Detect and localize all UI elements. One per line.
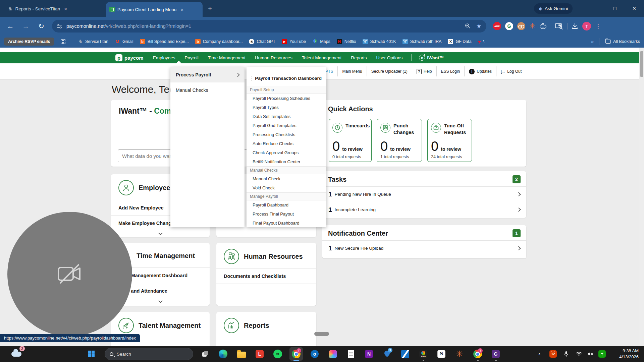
tray-overflow-chevron[interactable]: ∧ (535, 349, 543, 359)
submenu-item[interactable]: Payroll Processing Schedules (247, 94, 326, 103)
task-view-button[interactable] (199, 347, 212, 361)
nav-time-management[interactable]: Time Management (208, 55, 246, 60)
document-app-button[interactable] (344, 347, 358, 361)
updates-link[interactable]: !Updates (465, 69, 496, 74)
bookmark-schwab-401k[interactable]: SCHWABSchwab 401K (363, 39, 396, 44)
ess-login-link[interactable]: ESS Login (437, 69, 465, 74)
extensions-puzzle-icon[interactable] (539, 22, 547, 30)
submenu-item[interactable]: Payroll Grid Templates (247, 121, 326, 130)
scrollbar-thumb[interactable] (640, 51, 643, 77)
bookmark-gf-data[interactable]: XGF Data (448, 39, 471, 44)
nav-user-options[interactable]: User Options (376, 55, 402, 60)
taskbar-search[interactable]: Search (105, 348, 193, 360)
bookmark-company-dashboard[interactable]: bCompany dashboar... (195, 39, 243, 44)
m365-copilot-button[interactable]: M365 (417, 347, 430, 361)
close-window-button[interactable]: × (629, 5, 639, 12)
url-text[interactable]: paycomonline.net/v4/cl/web.php/client-la… (66, 23, 191, 29)
volume-muted-tray-icon[interactable] (586, 349, 594, 359)
bookmark-youtube[interactable]: ▶YouTube (282, 39, 306, 44)
submenu-item[interactable]: Void Check (247, 183, 326, 192)
tab-close-icon[interactable]: × (63, 6, 68, 12)
submenu-item[interactable]: Processing Checklists (247, 130, 326, 139)
menu-item-process-payroll[interactable]: Process Payroll (170, 67, 245, 82)
quick-action-time-off-requests[interactable]: Time-Off Requests 0to review 24 total re… (427, 119, 472, 162)
horizontal-scrollbar-thumb[interactable] (314, 332, 329, 336)
bookmarks-overflow-icon[interactable]: » (591, 39, 593, 44)
minimize-button[interactable]: — (591, 5, 601, 11)
bookmark-netflix[interactable]: NNetflix (337, 39, 356, 44)
submenu-item[interactable]: Data Set Templates (247, 112, 326, 121)
bookmark-gmail[interactable]: MGmail (115, 39, 133, 44)
spotify-button[interactable]: ≋ (271, 347, 284, 361)
onenote-button[interactable]: N (362, 347, 376, 361)
nav-employees[interactable]: Employees (153, 55, 175, 60)
starburst-extension-icon[interactable]: ✳ (529, 22, 535, 30)
log-out-link[interactable]: [→Log Out (496, 69, 526, 74)
outlook-button[interactable]: o (308, 347, 321, 361)
nav-talent-management[interactable]: Talent Management (302, 55, 342, 60)
microphone-tray-icon[interactable] (562, 349, 570, 359)
new-tab-button[interactable]: + (208, 5, 212, 12)
main-menu-link[interactable]: Main Menu (338, 69, 366, 74)
bookmark-bill[interactable]: bBill Spend and Expe... (140, 39, 189, 44)
file-explorer-button[interactable] (235, 347, 248, 361)
bookmark-schwab-roth[interactable]: SCHWABSchwab roth IRA (402, 39, 442, 44)
submenu-item-payroll-transaction-dashboard[interactable]: Payroll Transaction Dashboard (247, 67, 326, 84)
archive-rsvp-button[interactable]: Archive RSVP emails (4, 38, 54, 46)
expand-card-button[interactable] (111, 231, 210, 237)
quick-action-timecards[interactable]: Timecards 0to review 0 total requests (329, 119, 372, 162)
g-app-button[interactable]: G (489, 347, 502, 361)
chrome-button-2[interactable]: T (471, 347, 484, 361)
help-link[interactable]: ?Help (412, 69, 436, 74)
bookmark-southwest[interactable]: ♥\ (478, 39, 484, 45)
downloads-icon[interactable] (572, 23, 578, 29)
apps-grid-icon[interactable] (61, 39, 65, 44)
nav-payroll[interactable]: Payroll (185, 55, 199, 60)
secure-uploader-link[interactable]: Secure Uploader (1) (367, 69, 412, 74)
starburst-app-button[interactable]: ✳ (453, 347, 466, 361)
tab-close-icon[interactable]: × (179, 7, 185, 12)
submenu-item[interactable]: Process Final Payout (247, 209, 326, 219)
grammarly-icon[interactable]: G (505, 22, 513, 30)
browser-menu-icon[interactable]: ⋮ (595, 23, 601, 30)
submenu-item[interactable]: Auto Reduce Checks (247, 139, 326, 148)
back-button[interactable]: ← (5, 20, 16, 32)
paycom-logo[interactable]: p paycom (115, 54, 144, 61)
screen-share-tray-icon[interactable] (598, 349, 606, 359)
ask-gemini-button[interactable]: ◆ Ask Gemini (534, 3, 573, 14)
submenu-item-payroll-dashboard[interactable]: Payroll Dashboard (247, 200, 326, 209)
zoom-icon[interactable] (465, 23, 471, 29)
nav-iwant[interactable]: n iWant™ (419, 55, 444, 61)
profile-avatar[interactable]: T (582, 22, 591, 31)
bookmark-star-icon[interactable]: ★ (476, 22, 482, 30)
submenu-item[interactable]: Beti® Notification Center (247, 157, 326, 166)
quick-action-punch-changes[interactable]: Punch Changes 0to review 1 total request… (377, 119, 422, 162)
submenu-item[interactable]: Check Approval Groups (247, 148, 326, 157)
task-row-incomplete-learning[interactable]: 1 Incomplete Learning (322, 202, 526, 217)
calendar-reminder-tray-icon[interactable]: 12 (549, 349, 557, 359)
pinned-pin-app-button[interactable]: 3 (380, 347, 394, 361)
l-app-button[interactable]: L (253, 347, 266, 361)
nav-human-resources[interactable]: Human Resources (255, 55, 292, 60)
submenu-item[interactable]: Final Payout Dashboard (247, 219, 326, 227)
wifi-tray-icon[interactable] (575, 349, 583, 359)
all-bookmarks-button[interactable]: All Bookmarks (605, 39, 640, 44)
emoji-extension-icon[interactable] (517, 22, 525, 30)
vertical-scrollbar[interactable] (639, 48, 644, 346)
notification-row-secure-file-upload[interactable]: 1 New Secure File Upload (322, 240, 526, 256)
tab-paycom-client-landing[interactable]: Paycom Client Landing Menu × (106, 2, 203, 17)
notion-button[interactable]: N (435, 347, 448, 361)
copilot-button[interactable] (326, 347, 339, 361)
adblock-plus-icon[interactable]: ABP (493, 22, 501, 30)
documents-and-checklists-link[interactable]: Documents and Checklists (216, 268, 316, 284)
submenu-item[interactable]: Manual Check (247, 174, 326, 183)
tab-reports-servicetitan[interactable]: ♞ Reports - ServiceTitan × (5, 3, 101, 15)
forward-button[interactable]: → (20, 20, 32, 32)
nav-reports[interactable]: Reports (351, 55, 367, 60)
weather-widget[interactable]: 2 (11, 349, 23, 357)
camera-off-bubble[interactable] (7, 212, 132, 337)
address-bar[interactable]: paycomonline.net/v4/cl/web.php/client-la… (52, 20, 486, 33)
taskbar-clock[interactable]: 9:38 AM 4/13/2026 (619, 348, 639, 360)
menu-item-manual-checks[interactable]: Manual Checks (170, 82, 245, 98)
bookmark-maps[interactable]: Maps (312, 39, 330, 44)
